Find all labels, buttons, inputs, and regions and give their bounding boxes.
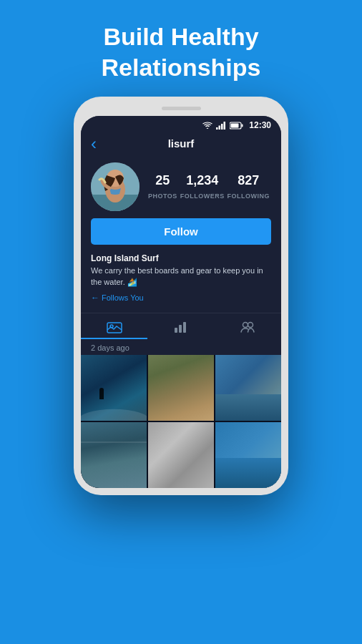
- tagged-tab-icon: [240, 321, 255, 333]
- page-header: Build Healthy Relationships: [59, 0, 304, 97]
- grid-photo-1: [81, 355, 147, 421]
- photos-count: 25: [148, 173, 177, 188]
- grid-photo-3: [215, 355, 281, 421]
- follows-arrow-icon: ←: [91, 293, 99, 303]
- follow-button[interactable]: Follow: [91, 218, 271, 245]
- following-label: FOLLOWING: [228, 192, 270, 200]
- phone-shell: 12:30 ‹ lisurf: [74, 97, 288, 495]
- profile-top: 25 PHOTOS 1,234 FOLLOWERS 827 FOLLOWING: [91, 162, 271, 211]
- svg-point-17: [248, 322, 253, 327]
- back-button[interactable]: ‹: [91, 134, 97, 154]
- status-time: 12:30: [249, 120, 271, 130]
- stats-tab-icon: [173, 321, 189, 333]
- followers-count: 1,234: [180, 173, 225, 188]
- following-count: 827: [228, 173, 270, 188]
- grid-photo-4: [81, 422, 147, 488]
- tab-photos[interactable]: [81, 313, 147, 339]
- svg-point-16: [243, 322, 248, 327]
- profile-section: 25 PHOTOS 1,234 FOLLOWERS 827 FOLLOWING: [81, 155, 281, 252]
- stats-container: 25 PHOTOS 1,234 FOLLOWERS 827 FOLLOWING: [147, 173, 271, 201]
- grid-photo-5: [148, 422, 214, 488]
- wifi-icon: [202, 122, 212, 130]
- photos-tab-icon: [107, 321, 122, 333]
- grid-photo-6: [215, 422, 281, 488]
- bio-text: We carry the best boards and gear to kee…: [91, 265, 271, 288]
- stat-following: 827 FOLLOWING: [228, 173, 270, 201]
- svg-rect-6: [231, 123, 239, 127]
- page-title: Build Healthy Relationships: [102, 21, 261, 82]
- page-background: Build Healthy Relationships: [0, 0, 362, 644]
- phone-screen: 12:30 ‹ lisurf: [81, 116, 281, 488]
- phone-wrapper: 12:30 ‹ lisurf: [74, 97, 288, 495]
- signal-icon: [216, 122, 226, 130]
- avatar: [91, 162, 140, 211]
- bio-name: Long Island Surf: [91, 253, 271, 263]
- stat-photos: 25 PHOTOS: [148, 173, 177, 201]
- nav-bar: ‹ lisurf: [81, 133, 281, 155]
- svg-rect-5: [242, 124, 243, 127]
- svg-rect-13: [175, 328, 177, 333]
- tab-tagged[interactable]: [215, 313, 281, 339]
- bio-section: Long Island Surf We carry the best board…: [81, 252, 281, 310]
- followers-label: FOLLOWERS: [180, 192, 225, 200]
- svg-rect-1: [219, 125, 221, 130]
- photo-grid: [81, 355, 281, 488]
- svg-rect-0: [216, 127, 218, 130]
- grid-time-label: 2 days ago: [81, 339, 281, 355]
- follows-you-label: Follows You: [102, 293, 144, 302]
- battery-icon: [230, 122, 244, 130]
- stat-followers: 1,234 FOLLOWERS: [180, 173, 225, 201]
- nav-username: lisurf: [168, 137, 195, 150]
- svg-rect-15: [183, 322, 186, 333]
- photos-label: PHOTOS: [148, 192, 177, 200]
- svg-rect-14: [179, 325, 182, 333]
- grid-photo-2: [148, 355, 214, 421]
- follows-you-badge: ← Follows You: [91, 293, 271, 303]
- svg-rect-3: [224, 122, 226, 130]
- tab-stats[interactable]: [147, 313, 214, 339]
- phone-speaker: [162, 107, 201, 110]
- status-bar: 12:30: [81, 116, 281, 133]
- svg-rect-2: [221, 124, 223, 130]
- tab-bar: [81, 313, 281, 339]
